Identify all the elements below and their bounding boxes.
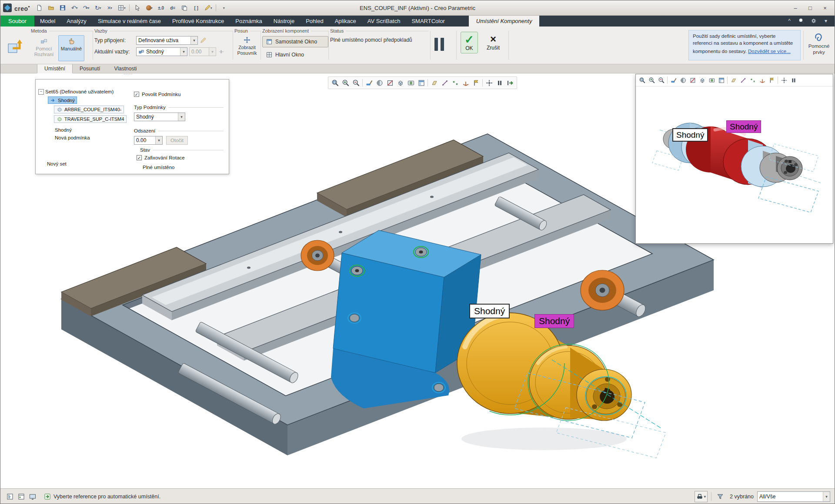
subtab-umisteni[interactable]: Umístění	[37, 64, 73, 73]
minimize-button[interactable]: –	[788, 2, 802, 13]
constraint-type-combo[interactable]: Shodný ▾	[136, 47, 187, 56]
offset-slider-icon[interactable]	[218, 48, 225, 55]
povolit-podminku-checkbox[interactable]: ✓ Povolit Podmínku	[134, 92, 181, 97]
preview-capture-icon[interactable]	[707, 76, 716, 85]
component-reference-chip[interactable]: ARBRE_COUPE_ITSM40-	[54, 106, 124, 113]
collapse-ribbon-icon[interactable]: ^	[785, 17, 794, 25]
odsazeni-combo[interactable]: 0.00 ▾	[134, 136, 163, 145]
tab-aplikace[interactable]: Aplikace	[329, 15, 362, 27]
constraint-tag-white[interactable]: Shodný	[469, 304, 510, 318]
more-options-icon[interactable]: ▾	[822, 17, 830, 25]
section-view-icon[interactable]	[385, 78, 395, 88]
close-button[interactable]: ×	[818, 2, 832, 13]
tab-soubor[interactable]: Soubor	[0, 15, 34, 27]
preview-annotation-filter-icon[interactable]	[767, 76, 776, 85]
preview-datum-axis-filter-icon[interactable]	[738, 76, 748, 85]
window-grid-icon[interactable]: ▾	[116, 3, 127, 13]
zoom-out-icon[interactable]	[351, 78, 361, 88]
typ-pripojeni-combo[interactable]: Definované uživa ▾	[136, 36, 198, 45]
new-file-icon[interactable]	[34, 3, 44, 13]
pause-graphics-icon[interactable]	[494, 78, 504, 88]
tree-expander-icon[interactable]: −	[38, 89, 44, 95]
sketch-pencil-icon[interactable]: ▾	[203, 3, 213, 13]
pomoci-rozhrani-button[interactable]: Pomocí Rozhraní	[31, 35, 57, 61]
search-icon[interactable]	[797, 17, 806, 25]
pomocne-prvky-button[interactable]: Pomocné prvky	[806, 33, 832, 56]
display-style-icon[interactable]	[374, 78, 384, 88]
constraint-set-row[interactable]: Set65 (Definované uživatelem)	[45, 88, 114, 95]
tab-umisteni-komponenty[interactable]: Umístění Komponenty	[469, 15, 540, 27]
preview-csys-filter-icon[interactable]	[758, 76, 767, 85]
annotation-filter-icon[interactable]	[471, 78, 481, 88]
save-icon[interactable]	[57, 3, 68, 13]
preview-refit-icon[interactable]	[638, 76, 647, 85]
regenerate-icon[interactable]: ↻▾	[93, 3, 103, 13]
spin-center-icon[interactable]	[484, 78, 494, 88]
edit-connection-icon[interactable]	[200, 37, 207, 44]
tab-pohled[interactable]: Pohled	[300, 15, 329, 27]
preview-zoom-out-icon[interactable]	[657, 76, 666, 85]
refit-icon[interactable]	[330, 78, 340, 88]
screen-capture-icon[interactable]	[406, 78, 416, 88]
offset-combo[interactable]: 0.00 ▾	[189, 47, 216, 56]
saved-orientations-icon[interactable]	[395, 78, 405, 88]
select-arrow-icon[interactable]	[132, 3, 143, 13]
preview-pause-icon[interactable]	[789, 76, 798, 85]
exit-graphics-icon[interactable]	[505, 78, 515, 88]
open-icon[interactable]	[46, 3, 56, 13]
constraint-tag-magenta[interactable]: Shodný	[534, 314, 574, 328]
tab-av-scribatch[interactable]: AV ScriBatch	[362, 15, 406, 27]
preview-section-icon[interactable]	[688, 76, 697, 85]
zobrazit-posuvnik-button[interactable]: Zobrazit Posuvník	[234, 34, 260, 60]
preview-datum-plane-filter-icon[interactable]	[729, 76, 738, 85]
gold-coupling[interactable]	[457, 313, 631, 450]
manualne-button[interactable]: Manuálně	[58, 35, 84, 61]
preview-canvas[interactable]: Shodný Shodný	[636, 86, 832, 243]
pause-button[interactable]	[434, 38, 444, 51]
dimension-icon[interactable]: d=	[167, 3, 178, 13]
subtab-posunuti[interactable]: Posunutí	[73, 64, 107, 73]
preview-constraint-tag-white[interactable]: Shodný	[672, 128, 708, 142]
zrusit-button[interactable]: × Zrušit	[483, 32, 503, 53]
typ-podminky-combo[interactable]: Shodný ▾	[134, 113, 185, 121]
close-window-icon[interactable]: ×▾	[104, 3, 115, 13]
new-constraint-row[interactable]: Nová podmínka	[55, 134, 90, 141]
selection-filter-combo[interactable]: All/Vše ▾	[757, 491, 830, 502]
redo-icon[interactable]: ↷▾	[81, 3, 91, 13]
tab-poznamka[interactable]: Poznámka	[230, 15, 267, 27]
search-binoculars-button[interactable]: ▾	[695, 491, 708, 502]
tab-profilove[interactable]: Profilové Konstrukce	[167, 15, 230, 27]
preview-zoom-in-icon[interactable]	[647, 76, 656, 85]
appearance-sphere-icon[interactable]: ▾	[144, 3, 154, 13]
preview-constraint-tag-magenta[interactable]: Shodný	[726, 120, 761, 133]
fullscreen-toggle-icon[interactable]	[27, 491, 38, 502]
settings-gear-icon[interactable]	[809, 17, 818, 25]
preview-display-style-icon[interactable]	[678, 76, 688, 85]
ok-button[interactable]: ✓ OK	[461, 32, 478, 53]
datum-plane-filter-icon[interactable]	[429, 78, 439, 88]
csys-filter-icon[interactable]	[461, 78, 471, 88]
customize-toolbar-icon[interactable]: ▾	[219, 3, 229, 13]
tab-simulace[interactable]: Simulace v reálném čase	[92, 15, 167, 27]
samostatne-okno-toggle[interactable]: Samostatné Okno	[262, 36, 328, 47]
brackets-icon[interactable]: [ ]	[191, 3, 201, 13]
preview-datum-point-filter-icon[interactable]	[748, 76, 757, 85]
datum-axis-filter-icon[interactable]	[440, 78, 450, 88]
tab-nastroje[interactable]: Nástroje	[268, 15, 300, 27]
new-set-row[interactable]: Nový set	[47, 160, 67, 167]
selection-funnel-icon[interactable]	[715, 491, 725, 502]
tab-analyzy[interactable]: Analýzy	[61, 15, 92, 27]
maximize-button[interactable]: □	[803, 2, 817, 13]
datum-point-filter-icon[interactable]	[450, 78, 460, 88]
preview-repaint-icon[interactable]	[669, 76, 678, 85]
subtab-vlastnosti[interactable]: Vlastnosti	[107, 64, 144, 73]
view-manager-icon[interactable]	[416, 78, 426, 88]
undo-icon[interactable]: ↶▾	[69, 3, 80, 13]
browser-toggle-icon[interactable]	[16, 491, 27, 502]
preview-spin-center-icon[interactable]	[779, 76, 788, 85]
zafixovani-rotace-checkbox[interactable]: ✓ Zafixování Rotace	[137, 155, 185, 160]
tab-smartcolor[interactable]: SMARTColor	[406, 15, 450, 27]
preview-view-manager-icon[interactable]	[717, 76, 726, 85]
hlavni-okno-toggle[interactable]: Hlavní Okno	[262, 49, 328, 60]
preview-saved-orientations-icon[interactable]	[698, 76, 707, 85]
